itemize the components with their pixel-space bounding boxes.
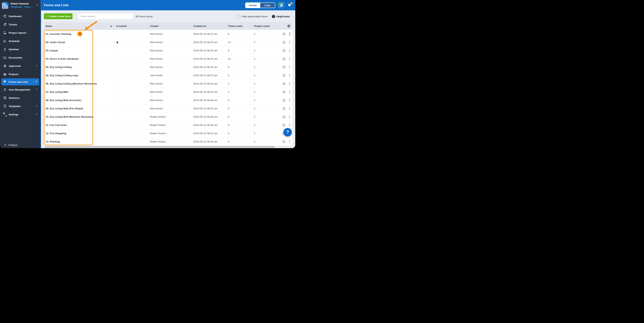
table-row[interactable]: 11. Fan Coil Units - Robert Norton 2024-… [44, 121, 292, 129]
tickets-icon [3, 23, 6, 26]
sort-asc-icon [110, 25, 112, 27]
favorite-star-icon[interactable] [282, 115, 286, 119]
row-menu-kebab-icon[interactable] [289, 65, 290, 69]
row-menu-kebab-icon[interactable] [289, 74, 290, 77]
table-row[interactable]: 04. Doors & Door Hardware - Rob Norton 2… [44, 55, 292, 63]
row-menu-kebab-icon[interactable] [289, 107, 290, 110]
sidebar-item-user-management[interactable]: User Management [0, 85, 40, 94]
chevron-right-icon [35, 80, 38, 84]
col-header-project-count[interactable]: Project count [252, 22, 275, 29]
annotation-count-badge: 3 [78, 31, 82, 36]
table-row[interactable]: 07. Dry Lining Wall - Rob Norton 2024-05… [44, 88, 292, 96]
projects-icon [3, 72, 6, 76]
table-row[interactable]: 09. Dry Lining Wall (Fire Rated) - Rob N… [44, 104, 292, 113]
table-row[interactable]: 13. Painting - Robert Norton 2024-05-10 … [44, 137, 292, 146]
table-row[interactable]: 02. Audio Visual Rob Norton 2024-05-10 0… [44, 38, 292, 46]
favorite-star-icon[interactable] [282, 123, 286, 127]
col-header-is-locked[interactable]: Is locked [114, 22, 148, 29]
collapse-button[interactable]: Collapse [4, 144, 18, 146]
schedule-icon [3, 39, 6, 43]
favorite-star-icon[interactable] [282, 107, 286, 110]
create-form-button[interactable]: + Create a new form [44, 13, 72, 19]
row-menu-kebab-icon[interactable] [289, 57, 290, 61]
row-menu-kebab-icon[interactable] [289, 140, 290, 144]
notifications-button[interactable] [287, 3, 292, 8]
project-reports-icon [3, 31, 6, 34]
table-row[interactable]: 10. Dry Lining Wall (Moisture Resistant)… [44, 113, 292, 121]
planradar-logo [2, 2, 9, 9]
sidebar-item-templates[interactable]: Templates [0, 102, 40, 110]
col-header-creator[interactable]: Creator [148, 22, 192, 29]
forms-search-input[interactable] [78, 13, 133, 19]
sidebar-item-tickets[interactable]: Tickets [0, 20, 40, 29]
helpcenter-link[interactable]: ? HelpCenter [272, 15, 290, 18]
table-row[interactable]: 03. Carpet - Rob Norton 2024-05-10 08:28… [44, 46, 292, 55]
dashboard-icon [3, 14, 6, 18]
forms-lists-toggle: Forms Lists [245, 2, 275, 8]
row-menu-kebab-icon[interactable] [289, 82, 290, 86]
favorite-star-icon[interactable] [282, 65, 286, 69]
account-switcher[interactable]: Robert Hammer PlanRadar - Construc... [0, 0, 40, 11]
sidebar-item-approvals[interactable]: Approvals [0, 62, 40, 70]
table-row[interactable]: 06. Dry Lining Ceiling (Moisture Resista… [44, 79, 292, 88]
table-row[interactable]: 05. Dry Lining Ceiling copy - John Smith… [44, 71, 292, 79]
favorite-star-icon[interactable] [282, 82, 286, 85]
help-fab-button[interactable]: ? [284, 128, 292, 136]
col-header-name[interactable]: Name [44, 22, 114, 29]
row-menu-kebab-icon[interactable] [289, 98, 290, 102]
table-header: Name Is locked Creator Created on Ticket… [44, 22, 292, 30]
table-row[interactable]: 01. Acoustic Painting3 - Rob Norton 2024… [44, 30, 292, 38]
approvals-icon [3, 64, 6, 68]
favorite-star-icon[interactable] [282, 40, 286, 44]
column-settings-gear-icon[interactable]: ⚙ [287, 24, 290, 28]
chevron-right-icon [36, 4, 38, 7]
sidebar-item-siteview[interactable]: SiteView [0, 45, 40, 53]
sidebar-item-project-reports[interactable]: Project reports [0, 29, 40, 37]
sidebar-item-schedule[interactable]: Schedule [0, 37, 40, 45]
table-row[interactable]: 12. Fire Stopping - Robert Norton 2024-0… [44, 129, 292, 137]
sidebar-item-forms-and-lists[interactable]: Forms and Lists [1, 78, 39, 85]
favorite-star-icon[interactable] [282, 140, 286, 143]
favorite-star-icon[interactable] [282, 32, 286, 36]
main-content: + Create a new form 60 forms found Hide … [41, 10, 295, 148]
row-menu-kebab-icon[interactable] [289, 90, 290, 94]
col-header-ticket-count[interactable]: Ticket count [226, 22, 252, 29]
favorite-star-icon[interactable] [282, 74, 286, 77]
favorite-star-icon[interactable] [282, 57, 286, 61]
sidebar-item-documents[interactable]: Documents [0, 53, 40, 62]
row-menu-kebab-icon[interactable] [289, 32, 290, 36]
question-icon: ? [272, 15, 275, 18]
table-row[interactable]: 05. Dry Lining Ceiling - Rob Norton 2024… [44, 63, 292, 71]
results-count: 60 forms found [136, 10, 152, 22]
user-name: Robert Hammer [10, 2, 33, 5]
favorite-star-icon[interactable] [282, 98, 286, 102]
hide-deactivated-checkbox[interactable] [237, 15, 240, 18]
toolbar: + Create a new form 60 forms found Hide … [41, 10, 295, 22]
row-menu-kebab-icon[interactable] [289, 123, 290, 127]
chevron-left-icon [4, 144, 6, 146]
favorite-star-icon[interactable] [282, 90, 286, 94]
row-menu-kebab-icon[interactable] [289, 40, 290, 44]
siteview-icon [3, 48, 6, 51]
col-header-created-on[interactable]: Created on [192, 22, 226, 29]
tab-lists[interactable]: Lists [260, 3, 275, 8]
account-name: PlanRadar - Construc... [10, 5, 33, 8]
plus-icon: + [46, 14, 48, 18]
favorite-star-icon[interactable] [282, 49, 286, 52]
row-menu-kebab-icon[interactable] [289, 115, 290, 119]
chevron-right-icon [36, 88, 38, 91]
helpcenter-label: HelpCenter [276, 15, 290, 18]
notification-badge [290, 2, 292, 4]
row-menu-kebab-icon[interactable] [289, 49, 290, 52]
sidebar-item-statistics[interactable]: Statistics [0, 94, 40, 102]
forms-table: Name Is locked Creator Created on Ticket… [44, 22, 292, 146]
sidebar-item-settings[interactable]: ⚙⚙ Settings [0, 110, 40, 119]
page-title: Forms and Lists [44, 0, 68, 10]
sidebar-item-projects[interactable]: Projects [0, 70, 40, 78]
sidebar-item-dashboard[interactable]: Dashboard [0, 12, 40, 20]
tab-forms[interactable]: Forms [246, 3, 260, 8]
connect-icon[interactable] [278, 2, 284, 8]
table-row[interactable]: 08. Dry Lining Wall (Acoustic) - Rob Nor… [44, 96, 292, 104]
chevron-right-icon [36, 64, 38, 68]
horizontal-scrollbar[interactable] [45, 146, 275, 148]
